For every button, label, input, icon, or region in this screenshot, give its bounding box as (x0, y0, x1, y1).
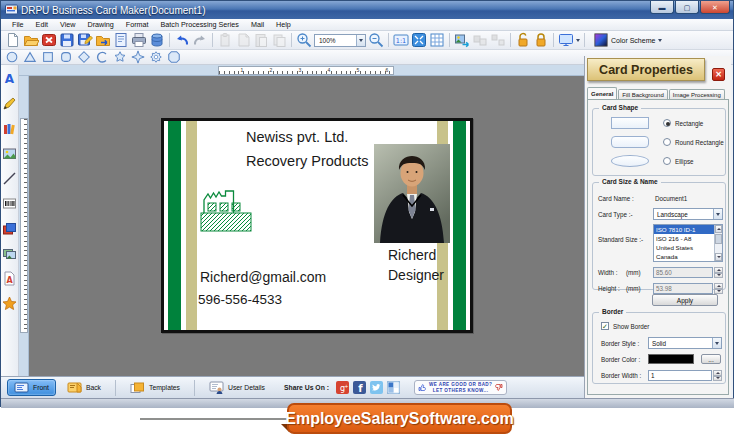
shape-round-rectangle-icon[interactable] (59, 50, 73, 64)
lock-icon[interactable] (533, 32, 549, 48)
shape-arc-icon[interactable] (95, 50, 109, 64)
rectangle-radio[interactable] (663, 119, 671, 127)
business-card[interactable]: Newiss pvt. Ltd. Recovery Products (161, 118, 473, 333)
border-color-browse-button[interactable]: ... (701, 354, 721, 364)
menu-file[interactable]: File (6, 20, 30, 29)
shape-polygon-icon[interactable] (167, 50, 181, 64)
minimize-button[interactable]: ▬ (650, 1, 674, 14)
new-document-icon[interactable] (5, 32, 21, 48)
width-spinner[interactable] (714, 267, 723, 278)
maximize-button[interactable]: ▢ (675, 1, 699, 14)
border-color-swatch[interactable] (648, 354, 694, 364)
feedback-badge[interactable]: WE ARE GOOD OR BAD? LET OTHERS KNOW... (414, 380, 507, 395)
twitter-icon[interactable] (370, 381, 383, 394)
zoom-out-icon[interactable] (368, 32, 384, 48)
menu-mail[interactable]: Mail (245, 20, 270, 29)
card-stripe-green-right[interactable] (453, 121, 466, 330)
show-border-checkbox[interactable] (601, 322, 609, 330)
unlock-icon[interactable] (515, 32, 531, 48)
card-factory-logo[interactable] (200, 185, 252, 233)
standard-size-option[interactable]: ISO 216 - A8 (654, 234, 715, 243)
shape-ellipse-icon[interactable] (5, 50, 19, 64)
menu-view[interactable]: View (54, 20, 81, 29)
shape-four-point-star-icon[interactable] (131, 50, 145, 64)
export-icon[interactable] (95, 32, 111, 48)
gallery-tool-icon[interactable] (2, 246, 17, 261)
height-input[interactable] (653, 283, 713, 294)
copy-icon[interactable] (217, 32, 233, 48)
paste-icon[interactable] (253, 32, 269, 48)
round-rectangle-radio[interactable] (663, 138, 671, 146)
card-company-name[interactable]: Newiss pvt. Ltd. (246, 129, 348, 145)
menu-format[interactable]: Format (120, 20, 155, 29)
border-width-spinner[interactable] (713, 370, 722, 381)
zoom-dropdown-arrow[interactable] (356, 35, 365, 46)
scroll-down-arrow[interactable] (715, 253, 722, 261)
menu-edit[interactable]: Edit (30, 20, 54, 29)
standard-size-option[interactable]: United States (654, 243, 715, 252)
card-name-value[interactable]: Document1 (655, 195, 687, 202)
card-portrait-photo[interactable] (374, 144, 450, 243)
cut-icon[interactable] (235, 32, 251, 48)
shape-diamond-icon[interactable] (77, 50, 91, 64)
close-button[interactable]: ✕ (700, 1, 730, 14)
user-details-button[interactable]: User Details (202, 379, 272, 396)
templates-tool-icon[interactable] (2, 221, 17, 236)
zoom-level-combobox[interactable]: 100% (314, 34, 366, 47)
border-style-dropdown-arrow[interactable] (712, 338, 721, 348)
color-scheme-button[interactable]: Color Scheme (589, 32, 667, 48)
menu-batch-processing-series[interactable]: Batch Processing Series (155, 20, 245, 29)
card-type-dropdown-arrow[interactable] (713, 209, 722, 219)
card-type-combobox[interactable]: Landscape (653, 208, 723, 220)
shape-triangle-icon[interactable] (23, 50, 37, 64)
height-spinner[interactable] (714, 283, 723, 294)
card-stripe-green-left[interactable] (168, 121, 181, 330)
print-icon[interactable] (131, 32, 147, 48)
pencil-tool-icon[interactable] (2, 96, 17, 111)
back-side-button[interactable]: Back (60, 379, 108, 396)
menu-drawing[interactable]: Drawing (81, 20, 119, 29)
width-input[interactable] (653, 267, 713, 278)
card-tagline[interactable]: Recovery Products (246, 153, 369, 169)
shape-star-icon[interactable] (113, 50, 127, 64)
actual-size-icon[interactable]: 1:1 (393, 32, 409, 48)
card-stripe-tan-left[interactable] (186, 121, 197, 330)
barcode-tool-icon[interactable] (2, 196, 17, 211)
display-mode-icon[interactable] (558, 32, 574, 48)
database-backup-icon[interactable] (149, 32, 165, 48)
clipart-tool-icon[interactable] (2, 121, 17, 136)
card-email[interactable]: Richerd@gmail.com (200, 269, 326, 285)
group-icon[interactable] (472, 32, 488, 48)
undo-icon[interactable] (174, 32, 190, 48)
shape-rectangle-icon[interactable] (41, 50, 55, 64)
duplicate-icon[interactable] (271, 32, 287, 48)
design-canvas[interactable]: Newiss pvt. Ltd. Recovery Products (29, 76, 584, 376)
front-side-button[interactable]: Front (7, 379, 56, 396)
zoom-in-icon[interactable] (296, 32, 312, 48)
card-person-name[interactable]: Richerd (388, 247, 436, 263)
text-tool-icon[interactable]: A (2, 71, 17, 86)
apply-button[interactable]: Apply (652, 294, 718, 306)
symbol-tool-icon[interactable] (2, 296, 17, 311)
close-document-icon[interactable] (41, 32, 57, 48)
line-tool-icon[interactable] (2, 171, 17, 186)
google-plus-icon[interactable]: g+ (336, 381, 349, 394)
menu-help[interactable]: Help (270, 20, 297, 29)
scroll-up-arrow[interactable] (715, 225, 722, 233)
fit-to-screen-icon[interactable] (411, 32, 427, 48)
ellipse-radio[interactable] (663, 157, 671, 165)
ungroup-icon[interactable] (490, 32, 506, 48)
border-style-combobox[interactable]: Solid (648, 337, 722, 349)
facebook-icon[interactable]: f (353, 381, 366, 394)
border-width-input[interactable] (648, 370, 712, 381)
card-person-title[interactable]: Designer (388, 267, 444, 283)
shape-gear-icon[interactable] (149, 50, 163, 64)
export-image-icon[interactable] (454, 32, 470, 48)
wordart-tool-icon[interactable]: A (2, 271, 17, 286)
display-mode-dropdown-arrow[interactable] (576, 39, 580, 42)
open-icon[interactable] (23, 32, 39, 48)
templates-button[interactable]: Templates (123, 379, 187, 396)
standard-size-option[interactable]: Canada (654, 252, 715, 261)
save-as-icon[interactable] (77, 32, 93, 48)
delicious-icon[interactable] (387, 381, 400, 394)
